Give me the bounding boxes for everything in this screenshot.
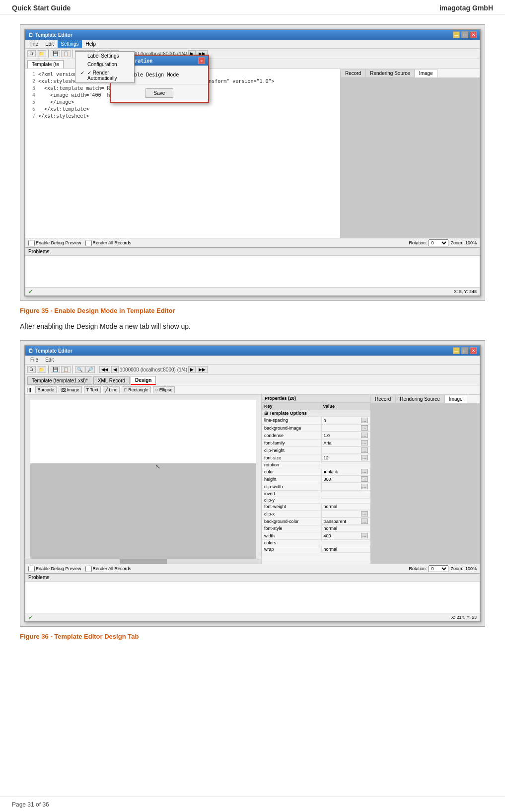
- tool-ellipse[interactable]: ○ Ellipse: [153, 386, 175, 393]
- render-all-label-1[interactable]: Render All Records: [85, 240, 132, 246]
- property-edit-btn[interactable]: …: [361, 418, 368, 423]
- menu-help-1[interactable]: Help: [83, 40, 99, 48]
- preview-tab-image-2[interactable]: Image: [444, 395, 467, 403]
- menu-file-1[interactable]: File: [27, 40, 41, 48]
- menu-settings-1[interactable]: Settings: [58, 40, 81, 48]
- tool-rectangle[interactable]: □ Rectangle: [122, 386, 150, 393]
- tb-new[interactable]: 🗋: [27, 50, 36, 57]
- render-all-checkbox-2[interactable]: [85, 566, 92, 572]
- scrollbar-thumb[interactable]: [120, 559, 167, 564]
- preview-tab-record-2[interactable]: Record: [370, 395, 395, 403]
- preview-canvas-1: [341, 78, 480, 238]
- property-value: [321, 490, 370, 492]
- property-edit-btn[interactable]: …: [361, 455, 368, 460]
- tmpl-tab-template[interactable]: Template (template1.xsl)*: [27, 376, 92, 385]
- maximize-btn-1[interactable]: □: [461, 31, 468, 38]
- property-edit-btn[interactable]: …: [361, 425, 368, 431]
- close-btn-1[interactable]: ✕: [470, 31, 477, 38]
- property-edit-btn[interactable]: …: [361, 533, 368, 538]
- tb2-save2[interactable]: 📋: [61, 366, 71, 373]
- property-value: 300…: [321, 475, 370, 483]
- property-edit-btn[interactable]: …: [361, 469, 368, 474]
- tmpl-tab-design[interactable]: Design: [131, 376, 156, 385]
- property-row: condense1.0…: [262, 432, 370, 439]
- debug-preview-label-2[interactable]: Enable Debug Preview: [28, 566, 81, 572]
- property-row: wrapnormal: [262, 546, 370, 553]
- property-value: 400…: [321, 532, 370, 539]
- preview-tab-rendering-2[interactable]: Rendering Source: [395, 395, 444, 403]
- preview-tab-record-1[interactable]: Record: [341, 69, 365, 77]
- rotation-select-2[interactable]: 0 90 180 270: [429, 565, 448, 572]
- debug-preview-checkbox-1[interactable]: [28, 240, 35, 246]
- tb2-prev[interactable]: ◀◀: [99, 366, 110, 373]
- design-canvas[interactable]: ↖: [25, 395, 261, 564]
- status-ok-2: ✓: [28, 614, 33, 621]
- problems-content-1: [25, 256, 480, 285]
- minimize-btn-1[interactable]: —: [453, 31, 460, 38]
- tb2-zoom-in[interactable]: 🔍: [75, 366, 84, 373]
- window-icon-1: 🗒: [28, 32, 33, 38]
- property-edit-btn[interactable]: …: [361, 518, 368, 524]
- property-edit-btn[interactable]: …: [361, 511, 368, 517]
- menu-edit-2[interactable]: Edit: [42, 356, 57, 364]
- template-tab-1[interactable]: Template (te: [27, 60, 64, 69]
- close-btn-2[interactable]: ✕: [470, 347, 477, 354]
- design-main: ↖ Properties (20) Key Value: [25, 395, 480, 564]
- problems-header-1: Problems: [25, 248, 480, 256]
- tb2-zoom-out[interactable]: 🔎: [85, 366, 95, 373]
- dropdown-label-settings[interactable]: Label Settings: [75, 52, 134, 60]
- property-edit-btn[interactable]: …: [361, 440, 368, 445]
- tb2-next2[interactable]: ▶▶: [197, 366, 208, 373]
- problems-header-2: Problems: [25, 574, 480, 582]
- tb-open[interactable]: 📁: [37, 50, 46, 57]
- dropdown-render-auto[interactable]: ✓ Render Automatically: [75, 69, 134, 82]
- property-row: colors: [262, 539, 370, 546]
- col-value: Value: [321, 403, 370, 410]
- tb2-save[interactable]: 💾: [51, 366, 60, 373]
- rotation-select-1[interactable]: 0 90 180 270: [429, 239, 448, 246]
- dropdown-configuration[interactable]: Configuration: [75, 60, 134, 69]
- tool-image[interactable]: 🖼 Image: [59, 386, 82, 393]
- problems-panel-2: Problems: [25, 573, 480, 613]
- tb-save2[interactable]: 📋: [61, 50, 71, 57]
- menu-edit-1[interactable]: Edit: [42, 40, 57, 48]
- tb2-prev2[interactable]: ◀: [111, 366, 119, 373]
- render-all-label-2[interactable]: Render All Records: [85, 566, 132, 572]
- property-key: colors: [262, 539, 321, 546]
- property-edit-btn[interactable]: …: [361, 476, 368, 482]
- page-info: Page 31 of 36: [12, 801, 49, 808]
- debug-preview-checkbox-2[interactable]: [28, 566, 35, 572]
- bottom-bar-1: Enable Debug Preview Render All Records …: [25, 238, 480, 247]
- render-all-checkbox-1[interactable]: [85, 240, 92, 246]
- property-key: condense: [262, 432, 321, 439]
- figure35-screenshot: 🗒 Template Editor — □ ✕ File Edit Settin…: [20, 24, 485, 301]
- property-row: clip-x…: [262, 510, 370, 517]
- tb2-open[interactable]: 📁: [37, 366, 46, 373]
- property-row: width400…: [262, 532, 370, 539]
- preview-tab-rendering-1[interactable]: Rendering Source: [365, 69, 415, 77]
- tb2-next[interactable]: ▶: [188, 366, 196, 373]
- maximize-btn-2[interactable]: □: [461, 347, 468, 354]
- property-row: background-colortransparent…: [262, 517, 370, 525]
- debug-preview-label-1[interactable]: Enable Debug Preview: [28, 240, 81, 246]
- properties-header: Properties (20): [262, 395, 370, 402]
- tb2-new[interactable]: 🗋: [27, 366, 36, 373]
- tool-line[interactable]: ╱ Line: [103, 386, 120, 393]
- property-edit-btn[interactable]: …: [361, 484, 368, 489]
- property-edit-btn[interactable]: …: [361, 433, 368, 438]
- tool-text[interactable]: T Text: [84, 386, 101, 393]
- menu-file-2[interactable]: File: [27, 356, 41, 364]
- preview-tab-image-1[interactable]: Image: [415, 69, 437, 77]
- template-tabs-2: Template (template1.xsl)* XML Record Des…: [25, 375, 480, 385]
- property-key: line-spacing: [262, 417, 321, 425]
- tool-barcode[interactable]: Barcode: [35, 386, 57, 393]
- editor-area-1[interactable]: 1 <?xml version="1.0" encoding="UTF-8"?>…: [25, 69, 341, 238]
- window-icon-2: 🗒: [28, 348, 33, 354]
- h-scrollbar[interactable]: [25, 559, 261, 564]
- config-save-btn[interactable]: Save: [145, 88, 174, 98]
- tmpl-tab-xml[interactable]: XML Record: [93, 376, 130, 385]
- tb-save[interactable]: 💾: [51, 50, 60, 57]
- property-edit-btn[interactable]: …: [361, 447, 368, 453]
- preview-panel-1: Record Rendering Source Image: [341, 69, 480, 238]
- minimize-btn-2[interactable]: —: [453, 347, 460, 354]
